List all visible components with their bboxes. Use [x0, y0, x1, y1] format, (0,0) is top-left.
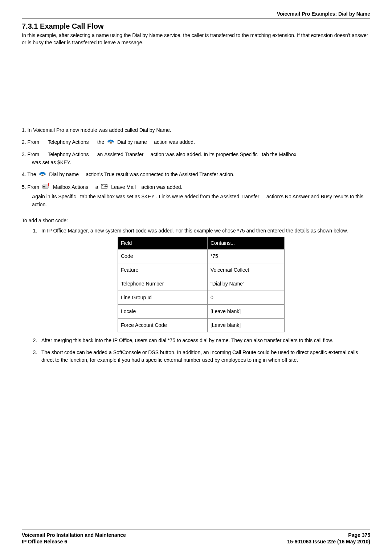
table-cell-value: 0 — [207, 291, 284, 304]
step-5: 5. From Mailbox Actions a Leave Mail act… — [22, 183, 370, 208]
footer-rule — [22, 530, 370, 530]
footer-left-release: IP Office Release 6 — [22, 538, 126, 545]
table-cell-value: "Dial by Name" — [207, 277, 284, 291]
step-5-a: 5. From — [22, 184, 41, 190]
table-cell-value: [Leave blank] — [207, 318, 284, 332]
mailbox-icon — [42, 183, 50, 192]
step-5-f-a: Again in its — [32, 194, 58, 199]
step-2: 2. From Telephony Actions the Dial by na… — [22, 138, 370, 147]
shortcode-item-1: In IP Office Manager, a new system short… — [38, 227, 370, 332]
step-3: 3. From Telephony Actions an Assisted Tr… — [22, 150, 370, 167]
table-header-field: Field — [118, 237, 208, 249]
step-2-c: the — [97, 139, 106, 145]
table-cell-value: *75 — [207, 249, 284, 263]
step-3-c: an — [97, 151, 104, 157]
table-row: Line Group Id 0 — [118, 291, 285, 304]
shortcode-item-1-text: In IP Office Manager, a new system short… — [41, 228, 348, 234]
step-3-specific: Specific — [240, 151, 259, 157]
step-3-g: tab the — [262, 151, 279, 157]
step-4-dialbyname: Dial by name — [49, 171, 80, 177]
step-3-a: 3. From — [22, 151, 41, 157]
section-title: 7.3.1 Example Call Flow — [22, 22, 370, 31]
table-cell-field: Feature — [118, 263, 208, 277]
svg-point-5 — [48, 183, 49, 185]
step-5-f-key: $KEY — [142, 194, 155, 199]
step-5-f: Again in its Specific tab the Mailbox wa… — [22, 193, 370, 209]
step-2-a: 2. From — [22, 139, 41, 145]
phone-icon — [107, 138, 115, 147]
step-4: 4. The Dial by name action's True result… — [22, 170, 370, 179]
step-5-f-mailbox: Mailbox — [97, 194, 115, 199]
svg-rect-1 — [42, 175, 44, 176]
shortcode-item-3: The short code can be added a SoftConsol… — [38, 349, 370, 364]
step-5-f-e: was set as — [116, 194, 142, 199]
page-footer: Voicemail Pro Installation and Maintenan… — [22, 530, 370, 545]
footer-left-title: Voicemail Pro Installation and Maintenan… — [22, 532, 126, 538]
step-5-f-specific: Specific — [58, 194, 77, 199]
step-3-mailbox: Mailbox — [279, 151, 296, 157]
table-cell-field: Code — [118, 249, 208, 263]
table-cell-value: Voicemail Collect — [207, 263, 284, 277]
table-cell-field: Force Account Code — [118, 318, 208, 332]
table-row: Code *75 — [118, 249, 285, 263]
step-4-a: 4. The — [22, 171, 37, 177]
footer-right-issue: 15-601063 Issue 22e (16 May 2010) — [287, 538, 370, 545]
phone-icon — [38, 170, 46, 179]
step-2-e: action was added. — [154, 139, 195, 145]
header-breadcrumb: Voicemail Pro Examples: Dial by Name — [22, 11, 370, 17]
footer-right-page: Page 375 — [287, 532, 370, 538]
step-5-mailboxactions: Mailbox Actions — [53, 184, 90, 190]
table-header-contains: Contains... — [207, 237, 284, 249]
shortcode-list: In IP Office Manager, a new system short… — [22, 227, 370, 364]
section-intro: In this example, after selecting a name … — [22, 32, 370, 46]
table-cell-field: Line Group Id — [118, 291, 208, 304]
table-cell-field: Telephone Number — [118, 277, 208, 291]
table-row: Feature Voicemail Collect — [118, 263, 285, 277]
step-3-i: was set as $KEY. — [22, 158, 370, 166]
step-1: 1. In Voicemail Pro a new module was add… — [22, 126, 370, 134]
svg-rect-0 — [110, 142, 111, 143]
table-cell-value: [Leave blank] — [207, 304, 284, 318]
step-3-telephony: Telephony Actions — [48, 151, 90, 157]
step-2-dialbyname: Dial by name — [117, 139, 148, 145]
step-5-f-assisted: Assisted Transfer — [220, 194, 261, 199]
step-4-c: action's True result was connected to th… — [86, 171, 234, 177]
step-5-f-g: . Links were added from the — [156, 194, 220, 199]
shortcode-heading: To add a short code: — [22, 218, 370, 223]
step-5-f-c: tab the — [80, 194, 97, 199]
table-row: Force Account Code [Leave blank] — [118, 318, 285, 332]
shortcode-table: Field Contains... Code *75 Feature Voice… — [118, 237, 285, 332]
step-2-telephony: Telephony Actions — [48, 139, 90, 145]
envelope-icon — [101, 183, 109, 192]
step-3-e: action was also added. In its properties — [151, 151, 240, 157]
shortcode-item-2: After merging this back into the IP Offi… — [38, 337, 370, 344]
step-5-c: a — [95, 184, 100, 190]
step-3-assisted: Assisted Transfer — [104, 151, 145, 157]
step-5-leavemail: Leave Mail — [111, 184, 137, 190]
table-cell-field: Locale — [118, 304, 208, 318]
svg-rect-3 — [43, 186, 45, 187]
step-5-e: action was added. — [142, 184, 183, 190]
header-rule — [22, 19, 370, 19]
table-row: Telephone Number "Dial by Name" — [118, 277, 285, 291]
table-row: Locale [Leave blank] — [118, 304, 285, 318]
